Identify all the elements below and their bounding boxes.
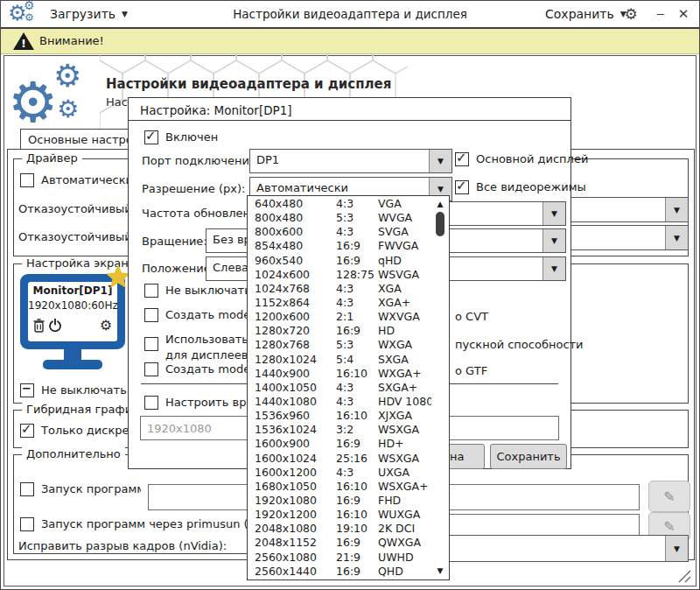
resolution-option[interactable]: 1440x90016:10WXGA+	[248, 367, 431, 381]
resolution-res: 640x480	[255, 197, 336, 211]
resolution-res: 960x540	[255, 254, 336, 268]
resolution-ratio: 16:10	[336, 409, 378, 423]
resolution-ratio: 3:2	[336, 423, 378, 437]
resolution-option[interactable]: 960x54016:9qHD	[248, 254, 431, 268]
chevron-down-icon[interactable]	[665, 198, 688, 221]
extra-legend: Дополнительно	[22, 447, 125, 460]
scroll-up-icon[interactable]: ▲	[438, 199, 444, 209]
save-button[interactable]: Сохранить ▼	[542, 1, 630, 27]
edit-command-button-1[interactable]: ✎	[648, 481, 690, 512]
resolution-option[interactable]: 1024x600128:75WSVGA	[248, 268, 431, 282]
warning-banner: ! Внимание!	[1, 29, 699, 54]
resolution-ratio: 4:3	[336, 197, 378, 211]
resolution-res: 800x480	[255, 211, 336, 225]
resolution-res: 800x600	[255, 225, 336, 239]
resolution-option[interactable]: 1920x120016:10WUXGA	[248, 508, 431, 522]
resolution-ratio: 16:9	[336, 437, 378, 451]
resolution-option[interactable]: 1280x72016:9HD	[248, 324, 431, 338]
resolution-res: 1600x1200	[255, 466, 336, 480]
chevron-down-icon[interactable]	[429, 150, 452, 172]
resolution-option[interactable]: 1600x102425:16WSXGA	[248, 452, 431, 466]
minimize-button[interactable]: ─	[650, 4, 671, 24]
resolution-ratio: 4:3	[336, 466, 378, 480]
port-select[interactable]: DP1	[249, 149, 452, 173]
scroll-down-icon[interactable]: ▼	[438, 565, 444, 576]
primary-display-checkbox[interactable]: Основной дисплей	[455, 152, 588, 166]
keep-display-on-checkbox[interactable]: Не выключать ди	[20, 383, 145, 397]
resolution-name: WUXGA	[378, 508, 431, 522]
monitor-settings-gear-icon[interactable]: ⚙	[100, 317, 112, 334]
resolution-option[interactable]: 1600x90016:9HD+	[248, 437, 431, 451]
resolution-option[interactable]: 1536x96016:10XJXGA	[248, 409, 431, 423]
resolution-ratio: 16:10	[336, 508, 378, 522]
resolution-ratio: 4:3	[336, 225, 378, 239]
scrollbar[interactable]: ▲ ▼	[432, 197, 448, 579]
chevron-down-icon[interactable]	[542, 257, 565, 280]
resolution-option[interactable]: 1600x12004:3UXGA	[248, 466, 431, 480]
chevron-down-icon[interactable]	[665, 226, 688, 249]
resolution-option[interactable]: 1680x105016:10WSXGA+	[248, 480, 431, 494]
chevron-down-icon[interactable]	[665, 536, 688, 561]
checkbox-box	[455, 152, 469, 166]
resolution-option[interactable]: 2048x115216:9QWXGA	[248, 536, 431, 550]
resolution-option[interactable]: 1200x6002:1WXVGA	[248, 310, 431, 324]
dialog-title: Настройка: Monitor[DP1]	[129, 98, 570, 121]
resolution-res: 1280x768	[255, 338, 336, 352]
resolution-name: HD+	[378, 437, 431, 451]
gear-icon: ⚙	[53, 60, 81, 92]
resolution-option[interactable]: 2560x144016:9QHD	[248, 565, 431, 579]
chevron-down-icon[interactable]	[542, 202, 565, 225]
enabled-checkbox[interactable]: Включен	[144, 130, 218, 144]
resolution-res: 1920x1080	[255, 494, 336, 508]
resolution-option[interactable]: 1920x108016:9FHD	[248, 494, 431, 508]
settings-gear-button[interactable]: ⚙	[620, 4, 641, 24]
resolution-name: WSXGA	[378, 423, 431, 437]
resolution-option[interactable]: 1440x10804:3HDV 1080i	[248, 395, 431, 409]
chevron-down-icon[interactable]	[542, 229, 565, 252]
app-window: ⚙ ⚙ ⚙ Загрузить ▼ Настройки видеоадаптер…	[0, 0, 700, 590]
resolution-ratio: 16:9	[336, 254, 378, 268]
resolution-name: WSXGA	[378, 452, 431, 466]
checkbox-label: Все видеорежимы	[476, 180, 586, 193]
select-value: DP1	[250, 150, 429, 172]
resolution-option[interactable]: 1400x10504:3SXGA+	[248, 381, 431, 395]
checkbox-box	[144, 308, 158, 322]
delete-monitor-trash-icon[interactable]	[33, 319, 45, 333]
resolution-option[interactable]: 854x48016:9FWVGA	[248, 239, 431, 253]
warning-text: Внимание!	[39, 34, 104, 47]
resolution-option[interactable]: 2048x108019:102K DCI	[248, 522, 431, 536]
tab-main-settings[interactable]: Основные настройки	[20, 129, 132, 151]
resolution-option[interactable]: 1536x10243:2WSXGA	[248, 423, 431, 437]
fix-tearing-label: Исправить разрыв кадров (nVidia):	[18, 539, 227, 552]
resolution-option[interactable]: 1024x7684:3XGA	[248, 282, 431, 296]
resolution-name: XJXGA	[378, 409, 431, 423]
resolution-res: 1152x864	[255, 296, 336, 310]
run-programs-checkbox-1[interactable]: Запуск программ ч	[20, 482, 141, 496]
resolution-ratio: 16:9	[336, 565, 378, 579]
resolution-option[interactable]: 800x6004:3SVGA	[248, 225, 431, 239]
checkbox-box	[455, 180, 469, 194]
resolution-option[interactable]: 640x4804:3VGA	[248, 197, 431, 211]
resolution-ratio: 16:9	[336, 536, 378, 550]
resolution-res: 2560x1440	[255, 565, 336, 579]
save-settings-button[interactable]: Сохранить	[490, 444, 567, 469]
resolution-name: FHD	[378, 494, 431, 508]
scroll-thumb[interactable]	[436, 212, 444, 236]
resize-grip[interactable]	[673, 567, 692, 585]
resolution-option[interactable]: 1280x10245:4SXGA	[248, 353, 431, 367]
resolution-option[interactable]: 1152x8644:3XGA+	[248, 296, 431, 310]
edit-pencil-icon: ✎	[663, 488, 675, 505]
resolution-option[interactable]: 2560x108021:9UWHD	[248, 551, 431, 565]
power-toggle-icon[interactable]	[48, 319, 62, 333]
modeline-cvt-label-tail: о CVT	[455, 310, 488, 323]
resolution-option[interactable]: 800x4805:3WVGA	[248, 211, 431, 225]
resolution-name: WSVGA	[378, 268, 431, 282]
resolution-ratio: 5:3	[336, 338, 378, 352]
monitor-card[interactable]: Monitor[DP1] 1920x1080:60Hz ⚙	[20, 274, 125, 372]
page-title: Настройки видеоадаптера и дисплея	[106, 76, 391, 92]
resolution-res: 1600x900	[255, 437, 336, 451]
tab-main-settings-label: Основные настройки	[21, 130, 131, 146]
all-video-modes-checkbox[interactable]: Все видеорежимы	[455, 180, 586, 194]
resolution-option[interactable]: 1280x7685:3WXGA	[248, 338, 431, 352]
close-button[interactable]: ✕	[673, 4, 694, 24]
